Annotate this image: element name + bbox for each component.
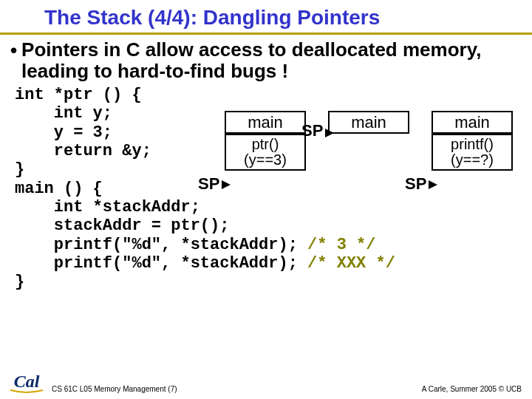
cal-logo-icon: Cal	[7, 365, 46, 395]
sp-label: SP	[301, 121, 323, 140]
stack-frame-main: main	[432, 111, 513, 134]
stack-col-2: main	[328, 111, 409, 134]
svg-text:Cal: Cal	[14, 372, 40, 391]
stack-frame-main: main	[328, 111, 409, 134]
frame-value: (y==?)	[433, 152, 511, 168]
code-comment: /* XXX */	[307, 254, 395, 273]
code-line: return &y;	[15, 142, 151, 160]
arrow-icon	[325, 129, 334, 137]
code-line: }	[15, 273, 24, 291]
slide-title: The Stack (4/4): Dangling Pointers	[0, 0, 532, 35]
stack-diagram: main ptr() (y==3) SP main SP main printf…	[214, 111, 525, 214]
stack-frame-printf: printf() (y==?)	[432, 134, 513, 171]
frame-value: (y==3)	[226, 152, 304, 168]
code-line: int y;	[15, 104, 112, 123]
code-line: y = 3;	[15, 123, 112, 142]
stack-col-3: main printf() (y==?)	[432, 111, 513, 171]
arrow-icon	[222, 180, 231, 189]
footer-right: A Carle, Summer 2005 © UCB	[422, 385, 522, 393]
bullet-text: Pointers in C allow access to deallocate…	[21, 39, 522, 81]
footer-left: CS 61C L05 Memory Management (7)	[52, 385, 177, 393]
stack-frame-main: main	[225, 111, 306, 134]
frame-label: printf()	[433, 137, 511, 152]
frame-label: ptr()	[226, 137, 304, 152]
code-line: printf("%d", *stackAddr);	[15, 236, 307, 254]
sp-label: SP	[198, 174, 219, 194]
code-line: int *ptr () {	[15, 86, 142, 104]
bullet-item: • Pointers in C allow access to dealloca…	[0, 35, 532, 83]
code-line: main () {	[15, 180, 103, 198]
stack-frame-ptr: ptr() (y==3)	[225, 134, 306, 171]
code-line: int *stackAddr;	[15, 198, 200, 216]
bullet-dot: •	[10, 39, 17, 62]
code-comment: /* 3 */	[307, 236, 375, 254]
stack-col-1: main ptr() (y==3)	[225, 111, 306, 171]
code-line: stackAddr = ptr();	[15, 216, 229, 235]
arrow-icon	[429, 180, 437, 189]
code-line: }	[15, 160, 24, 179]
sp-label: SP	[405, 174, 426, 194]
code-line: printf("%d", *stackAddr);	[15, 254, 307, 273]
